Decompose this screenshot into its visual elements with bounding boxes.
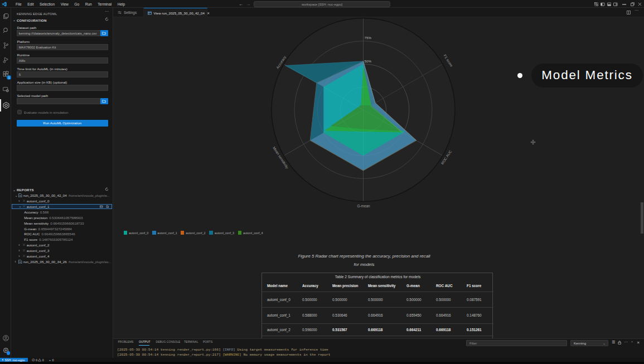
svg-text:50%: 50%: [365, 59, 372, 63]
svg-text:G-mean: G-mean: [357, 204, 370, 208]
svg-text:75%: 75%: [365, 36, 372, 40]
svg-text:F1 score: F1 score: [443, 54, 454, 67]
